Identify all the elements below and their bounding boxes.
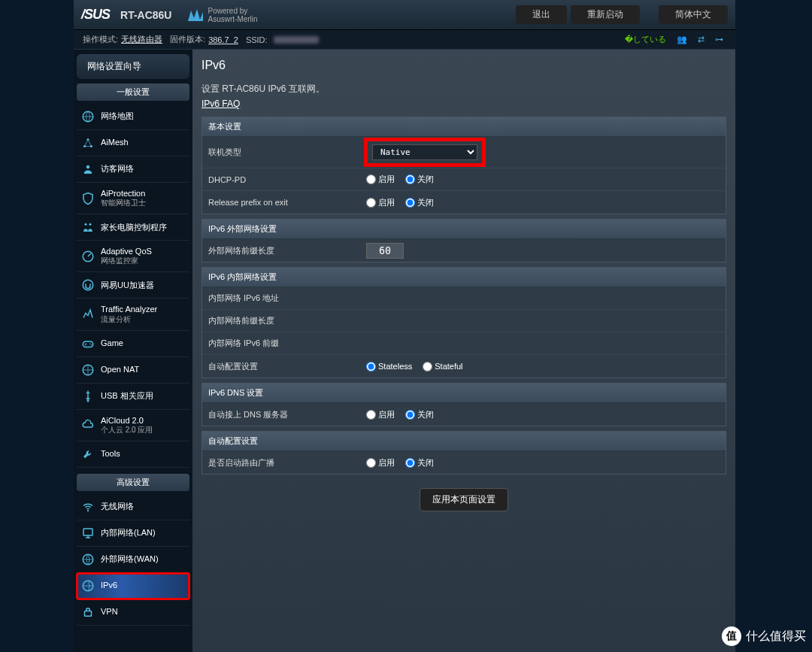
fw-label: 固件版本: <box>170 34 205 45</box>
sidebar-item-label: Adaptive QoS网络监控家 <box>101 247 152 265</box>
lan-section: IPv6 内部网络设置 内部网络 IPv6 地址 内部网络前缀长度 内部网络 I… <box>201 267 726 378</box>
uu-icon <box>81 278 95 292</box>
release-prefix-label: Release prefix on exit <box>208 198 366 207</box>
basic-section: 基本设置 联机类型 Native DHCP-PD 启用 关闭 <box>201 117 726 214</box>
stateless-radio[interactable]: Stateless <box>366 362 412 371</box>
asus-logo: /SUS <box>81 7 110 23</box>
op-mode-link[interactable]: 无线路由器 <box>121 34 162 45</box>
sidebar-item-label: IPv6 <box>101 581 117 590</box>
auto-dns-label: 自动接上 DNS 服务器 <box>208 409 366 420</box>
conn-type-label: 联机类型 <box>208 147 366 158</box>
fw-link[interactable]: 386.7_2 <box>208 35 238 44</box>
svg-rect-9 <box>83 341 93 347</box>
wizard-label: 网络设置向导 <box>87 60 141 73</box>
main-content: IPv6 设置 RT-AC86U IPv6 互联网。 IPv6 FAQ 基本设置… <box>192 50 735 652</box>
usb-icon <box>81 390 95 403</box>
qos-icon <box>81 250 95 263</box>
release-enable[interactable]: 启用 <box>366 197 395 208</box>
radv-disable[interactable]: 关闭 <box>405 457 434 469</box>
lan-icon <box>81 526 95 540</box>
sidebar-item-wan[interactable]: 外部网络(WAN) <box>77 547 189 573</box>
sidebar-item-label: 网易UU加速器 <box>101 281 154 290</box>
ipv6-icon <box>81 579 95 593</box>
sidebar-item-label: 外部网络(WAN) <box>101 554 159 564</box>
wan-prefix-len-label: 外部网络前缀长度 <box>208 245 366 256</box>
sidebar-item-label: USB 相关应用 <box>101 391 153 401</box>
stateful-radio[interactable]: Stateful <box>423 362 462 371</box>
sidebar-item-label: 内部网络(LAN) <box>101 528 156 538</box>
sidebar-item-traffic[interactable]: Traffic Analyzer流量分析 <box>77 299 189 330</box>
svg-point-13 <box>87 399 89 402</box>
aimesh-icon <box>81 136 95 150</box>
wifi-icon: �している <box>625 34 666 45</box>
sidebar-item-label: VPN <box>101 607 118 617</box>
tools-icon <box>81 447 95 461</box>
conn-type-select[interactable]: Native <box>372 144 477 160</box>
release-disable[interactable]: 关闭 <box>405 197 434 208</box>
logout-button[interactable]: 退出 <box>516 5 567 24</box>
dhcp-pd-label: DHCP-PD <box>208 175 366 184</box>
op-mode-label: 操作模式: <box>83 34 118 45</box>
aicloud-icon <box>81 418 95 432</box>
sidebar-item-tools[interactable]: Tools <box>77 441 189 468</box>
sidebar-item-map[interactable]: 网络地图 <box>77 104 189 130</box>
sidebar-item-usb[interactable]: USB 相关应用 <box>77 384 189 410</box>
wan-prefix-len-input[interactable] <box>366 243 404 259</box>
reboot-button[interactable]: 重新启动 <box>571 5 640 24</box>
dhcp-pd-disable[interactable]: 关闭 <box>405 174 434 185</box>
sidebar-item-label: AiCloud 2.0个人云 2.0 应用 <box>101 416 153 435</box>
general-header: 一般设置 <box>77 83 189 101</box>
dns-enable[interactable]: 启用 <box>366 409 395 420</box>
logo-area: /SUS RT-AC86U Powered by Asuswrt-Merlin <box>81 7 258 23</box>
page-desc: 设置 RT-AC86U IPv6 互联网。 <box>201 83 726 96</box>
dns-section: IPv6 DNS 设置 自动接上 DNS 服务器 启用 关闭 <box>201 383 726 426</box>
parental-icon <box>81 220 95 234</box>
sidebar-item-lan[interactable]: 内部网络(LAN) <box>77 520 189 547</box>
basic-header: 基本设置 <box>202 117 726 137</box>
svg-point-14 <box>87 510 89 511</box>
sidebar-item-ipv6[interactable]: IPv6 <box>77 573 189 599</box>
dns-disable[interactable]: 关闭 <box>405 409 434 420</box>
guest-icon <box>81 162 95 176</box>
traffic-icon <box>81 308 95 321</box>
sidebar-item-vpn[interactable]: VPN <box>77 599 189 626</box>
sidebar: 网络设置向导 一般设置 网络地图AiMesh访客网络AiProtection智能… <box>74 50 192 652</box>
lan-header: IPv6 内部网络设置 <box>202 268 726 287</box>
sidebar-item-opennat[interactable]: Open NAT <box>77 357 189 384</box>
sidebar-item-aip[interactable]: AiProtection智能网络卫士 <box>77 183 189 214</box>
conn-type-highlight: Native <box>366 140 483 165</box>
sidebar-item-label: Game <box>101 338 123 348</box>
dhcp-pd-enable[interactable]: 启用 <box>366 174 395 185</box>
sidebar-item-guest[interactable]: 访客网络 <box>77 156 189 183</box>
faq-link[interactable]: IPv6 FAQ <box>201 99 240 109</box>
aip-icon <box>81 192 95 205</box>
sidebar-item-label: 网络地图 <box>101 111 134 121</box>
radv-enable[interactable]: 启用 <box>366 457 395 469</box>
apply-button[interactable]: 应用本页面设置 <box>420 488 508 511</box>
merlin-badge: Powered by Asuswrt-Merlin <box>186 7 257 23</box>
sidebar-item-qos[interactable]: Adaptive QoS网络监控家 <box>77 241 189 272</box>
svg-point-4 <box>86 165 90 169</box>
sidebar-item-parental[interactable]: 家长电脑控制程序 <box>77 214 189 241</box>
ssid-value <box>274 36 319 44</box>
game-icon <box>81 337 95 350</box>
wl-icon <box>81 500 95 514</box>
wizard-button[interactable]: 网络设置向导 <box>77 54 189 79</box>
sidebar-item-label: 访客网络 <box>101 164 134 174</box>
sidebar-item-wl[interactable]: 无线网络 <box>77 494 189 520</box>
top-bar: /SUS RT-AC86U Powered by Asuswrt-Merlin … <box>74 0 735 30</box>
sidebar-item-aicloud[interactable]: AiCloud 2.0个人云 2.0 应用 <box>77 410 189 441</box>
sidebar-item-uu[interactable]: 网易UU加速器 <box>77 272 189 299</box>
sidebar-item-game[interactable]: Game <box>77 331 189 357</box>
sidebar-item-aimesh[interactable]: AiMesh <box>77 130 189 156</box>
sidebar-item-label: Tools <box>101 449 120 459</box>
sidebar-item-label: Traffic Analyzer流量分析 <box>101 305 157 323</box>
language-select[interactable]: 简体中文 <box>659 5 728 24</box>
lan-addr-label: 内部网络 IPv6 地址 <box>208 293 366 304</box>
watermark: 值 什么值得买 <box>722 626 806 646</box>
auto-cfg-label: 自动配置设置 <box>208 361 366 372</box>
svg-point-5 <box>85 223 87 226</box>
sidebar-item-label: AiProtection智能网络卫士 <box>101 189 146 208</box>
opennat-icon <box>81 363 95 377</box>
page-title: IPv6 <box>201 59 726 72</box>
